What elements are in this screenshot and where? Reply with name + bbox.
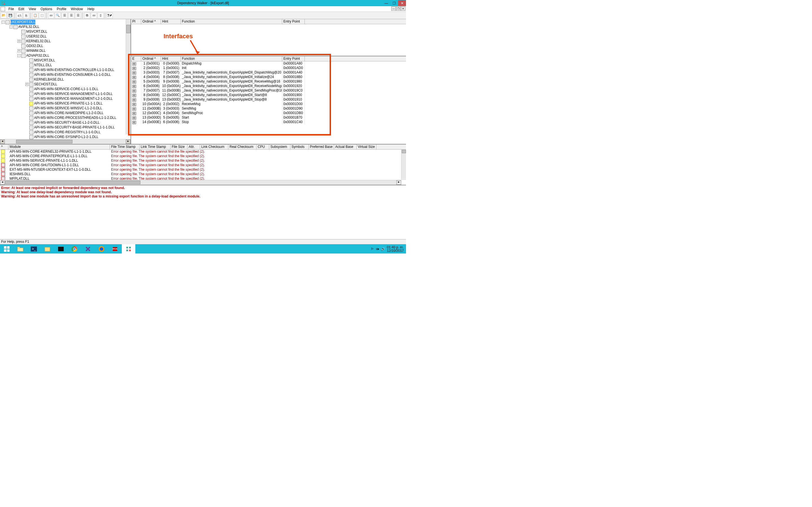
menu-window[interactable]: Window <box>68 6 85 11</box>
tree-node[interactable]: API-MS-WIN-EVENTING-CONTROLLER-L1-1-0.DL… <box>1 68 130 72</box>
menu-file[interactable]: File <box>6 6 16 11</box>
mdi-restore-button[interactable]: ❐ <box>396 6 401 11</box>
copy-button[interactable]: 📋 <box>32 12 38 18</box>
module-row[interactable]: API-MS-WIN-CORE-SHUTDOWN-L1-1-1.DLL Erro… <box>0 163 406 168</box>
tree-node[interactable]: MSVCRT.DLL <box>1 29 130 34</box>
menu-view[interactable]: View <box>27 6 38 11</box>
export-row[interactable]: C 2 (0x0002) 1 (0x0001) Init 0x00001AD0 <box>131 66 406 70</box>
system-tray[interactable]: 🏳 🕪 🔊 01:40 p. m. 12/10/2017 <box>368 245 406 252</box>
fullpath-button[interactable]: ▭ <box>48 12 54 18</box>
export-row[interactable]: C 6 (0x0006) 10 (0x000A) _Java_linktivit… <box>131 84 406 89</box>
taskbar-chrome[interactable] <box>68 244 81 253</box>
tree-node[interactable]: GDI32.DLL <box>1 44 130 48</box>
mdi-doc-icon[interactable] <box>1 7 5 11</box>
tree-node[interactable]: +WINMM.DLL <box>1 48 130 53</box>
col-lchk[interactable]: Link Checksum <box>200 145 229 149</box>
col-e[interactable]: E <box>131 56 141 61</box>
col-attr[interactable]: Attr. <box>188 145 200 149</box>
col-function[interactable]: Function <box>181 19 282 24</box>
mdi-minimize-button[interactable]: — <box>391 6 396 11</box>
col-sym[interactable]: Symbols <box>290 145 309 149</box>
export-row[interactable]: C 8 (0x0008) 12 (0x000C) _Java_linktivit… <box>131 93 406 98</box>
taskbar-firefox[interactable] <box>95 244 108 253</box>
export-row[interactable]: C 5 (0x0005) 9 (0x0009) _Java_linktivity… <box>131 79 406 84</box>
export-row[interactable]: C 11 (0x000B) 3 (0x0003) SendMsg 0x00001… <box>131 107 406 111</box>
col-hint[interactable]: Hint <box>161 56 181 61</box>
start-button[interactable] <box>0 244 13 253</box>
export-row[interactable]: C 1 (0x0001) 0 (0x0000) DispatchMsg 0x00… <box>131 61 406 66</box>
menu-options[interactable]: Options <box>38 6 54 11</box>
col-function[interactable]: Function <box>181 56 282 61</box>
tree-node[interactable]: MSVCRT.DLL <box>1 58 130 63</box>
taskbar-files[interactable] <box>41 244 54 253</box>
export-row[interactable]: C 13 (0x000D) 5 (0x0005) Start 0x00001B7… <box>131 115 406 120</box>
tree-node[interactable]: -AVIFIL32.DLL <box>1 24 130 29</box>
module-row[interactable]: IESHIMS.DLL Error opening file. The syst… <box>0 172 406 177</box>
tree-node[interactable]: API-MS-WIN-SERVICE-WINSVC-L1-2-0.DLL <box>1 106 130 111</box>
tray-volume-icon[interactable]: 🔊 <box>381 247 385 251</box>
taskbar-visualstudio[interactable] <box>81 244 95 253</box>
expand-icon[interactable]: - <box>17 54 20 57</box>
export-row[interactable]: C 7 (0x0007) 11 (0x000B) _Java_linktivit… <box>131 89 406 93</box>
imports-grid[interactable]: PI Ordinal ^ Hint Function Entry Point I… <box>131 19 406 56</box>
sxs-button[interactable]: ⎘ <box>23 12 29 18</box>
module-row[interactable]: API-MS-WIN-CORE-KERNEL32-PRIVATE-L1-1-1.… <box>0 150 406 154</box>
col-pbase[interactable]: Preferred Base <box>309 145 334 149</box>
imports-header[interactable]: PI Ordinal ^ Hint Function Entry Point <box>131 19 406 24</box>
export-row[interactable]: C 4 (0x0004) 8 (0x0008) _Java_linktivity… <box>131 75 406 79</box>
tree-node[interactable]: +KERNEL32.DLL <box>1 39 130 44</box>
expand-icon[interactable]: + <box>17 49 20 52</box>
tree-node[interactable]: +SECHOST.DLL <box>1 82 130 87</box>
col-pi[interactable]: PI <box>131 19 141 24</box>
tray-time[interactable]: 01:40 p. m. <box>387 245 404 249</box>
export-row[interactable]: C 14 (0x000E) 6 (0x0006) Stop 0x00001C40 <box>131 120 406 124</box>
col-vsize[interactable]: Virtual Size <box>357 145 376 149</box>
col-ordinal[interactable]: Ordinal ^ <box>141 19 161 24</box>
taskbar-powershell[interactable]: >_ <box>27 244 41 253</box>
expand-icon[interactable]: - <box>2 20 5 24</box>
modules-scrollbar-horizontal[interactable]: ◄ ► <box>0 180 401 185</box>
expand-icon[interactable]: + <box>17 40 20 43</box>
tree-node[interactable]: API-MS-WIN-SECURITY-BASE-PRIVATE-L1-1-1.… <box>1 125 130 130</box>
tree-node[interactable]: API-MS-WIN-SERVICE-PRIVATE-L1-1-1.DLL <box>1 101 130 106</box>
col-module[interactable]: Module <box>8 145 110 149</box>
view3-button[interactable]: ☰ <box>75 12 81 18</box>
modules-header[interactable]: ^ Module File Time Stamp Link Time Stamp… <box>0 145 406 150</box>
cpath-button[interactable]: c:\ <box>16 12 22 18</box>
maximize-button[interactable]: ☐ <box>390 0 398 6</box>
open-button[interactable]: 📂 <box>1 12 7 18</box>
help-button[interactable]: ?⬈ <box>107 12 113 18</box>
menu-edit[interactable]: Edit <box>16 6 27 11</box>
taskbar-depends[interactable] <box>122 244 135 253</box>
tree-node[interactable]: API-MS-WIN-CORE-REGISTRY-L1-1-0.DLL <box>1 130 130 135</box>
taskbar-cmd[interactable] <box>54 244 68 253</box>
col-entry[interactable]: Entry Point <box>282 56 305 61</box>
module-tree[interactable]: -LKEXPORT.DLL-AVIFIL32.DLLMSVCRT.DLLUSER… <box>0 19 131 139</box>
tree-root-node[interactable]: -LKEXPORT.DLL <box>1 20 130 24</box>
tree-node[interactable]: API-MS-WIN-CORE-PROCESSTHREADS-L1-1-2.DL… <box>1 115 130 120</box>
tree-scrollbar-horizontal[interactable]: ◄► <box>0 139 131 144</box>
exports-header[interactable]: E Ordinal ^ Hint Function Entry Point <box>131 56 406 61</box>
col-fsize[interactable]: File Size <box>170 145 188 149</box>
col-icon[interactable]: ^ <box>0 145 8 149</box>
tree-node[interactable]: API-MS-WIN-CORE-SYSINFO-L1-2-1.DLL <box>1 135 130 139</box>
properties-button[interactable]: ▭ <box>91 12 97 18</box>
tray-network-icon[interactable]: 🕪 <box>376 247 379 251</box>
col-abase[interactable]: Actual Base <box>334 145 357 149</box>
modules-scrollbar-vertical[interactable] <box>401 150 406 180</box>
exports-grid[interactable]: E Ordinal ^ Hint Function Entry Point C … <box>131 56 406 144</box>
col-ordinal[interactable]: Ordinal ^ <box>141 56 161 61</box>
autoexp-button[interactable]: ⬚ <box>39 12 45 18</box>
module-row[interactable]: EXT-MS-WIN-NTUSER-UICONTEXT-EXT-L1-1-0.D… <box>0 168 406 172</box>
tree-node[interactable]: API-MS-WIN-SECURITY-BASE-L1-2-0.DLL <box>1 120 130 125</box>
tray-date[interactable]: 12/10/2017 <box>387 249 404 252</box>
mdi-close-button[interactable]: ✕ <box>401 6 405 11</box>
col-hint[interactable]: Hint <box>161 19 181 24</box>
tray-flag-icon[interactable]: 🏳 <box>371 247 374 251</box>
export-row[interactable]: C 3 (0x0003) 7 (0x0007) _Java_linktivity… <box>131 70 406 75</box>
col-lts[interactable]: Link Time Stamp <box>140 145 170 149</box>
expand-icon[interactable]: + <box>26 83 29 86</box>
tree-node[interactable]: NTDLL.DLL <box>1 63 130 68</box>
syscmd-button[interactable]: ▯ <box>98 12 104 18</box>
col-rchk[interactable]: Real Checksum <box>229 145 257 149</box>
